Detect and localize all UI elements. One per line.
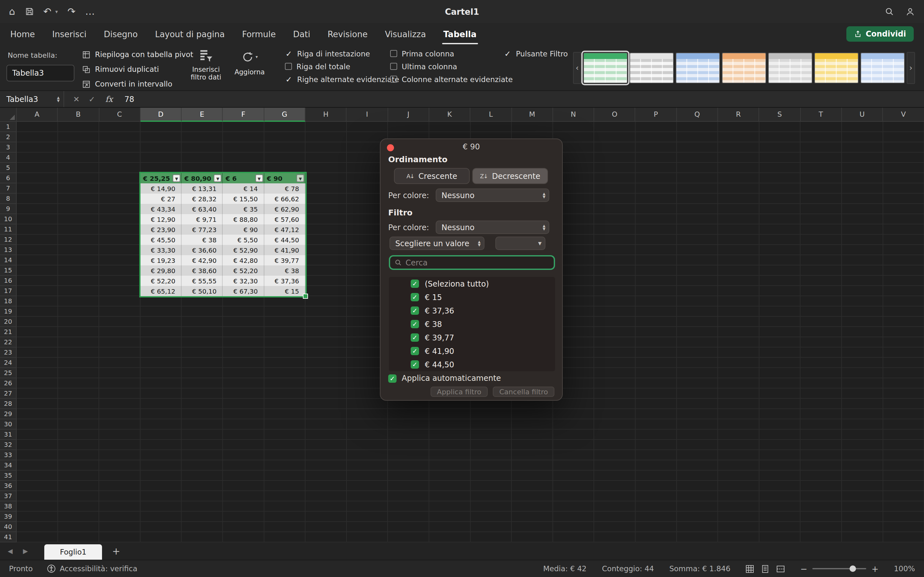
sort-by-color-select[interactable]: Nessuno ▲▼ bbox=[436, 189, 549, 202]
auto-apply-row[interactable]: ✓ Applica automaticamente bbox=[388, 374, 501, 383]
table-cell[interactable]: € 62,90 bbox=[264, 204, 306, 214]
row-header-1[interactable]: 1 bbox=[0, 122, 17, 132]
filter-dropdown-button[interactable]: ▼ bbox=[173, 174, 180, 182]
tab-disegno[interactable]: Disegno bbox=[103, 29, 137, 39]
column-header-v[interactable]: V bbox=[883, 108, 924, 122]
clear-filter-button[interactable]: Cancella filtro bbox=[493, 387, 554, 397]
sheet-nav-right-icon[interactable]: ▶ bbox=[23, 548, 27, 554]
row-header-38[interactable]: 38 bbox=[0, 501, 17, 512]
row-header-7[interactable]: 7 bbox=[0, 183, 17, 193]
column-header-i[interactable]: I bbox=[347, 108, 388, 122]
tab-layout-di-pagina[interactable]: Layout di pagina bbox=[155, 29, 225, 39]
table-cell[interactable]: € 44,50 bbox=[264, 235, 306, 245]
row-header-2[interactable]: 2 bbox=[0, 132, 17, 142]
remove-duplicates-button[interactable]: Rimuovi duplicati bbox=[82, 63, 193, 76]
table-cell[interactable]: € 52,20 bbox=[223, 266, 264, 276]
row-header-20[interactable]: 20 bbox=[0, 317, 17, 327]
column-header-c[interactable]: C bbox=[99, 108, 141, 122]
sheet-tab-foglio1[interactable]: Foglio1 bbox=[45, 544, 102, 560]
summarize-pivot-button[interactable]: Riepiloga con tabella pivot bbox=[82, 48, 193, 61]
table-cell[interactable]: € 77,23 bbox=[182, 224, 223, 235]
table-cell[interactable]: € 52,20 bbox=[141, 276, 182, 286]
row-header-39[interactable]: 39 bbox=[0, 512, 17, 522]
filter-dropdown-button[interactable]: ▼ bbox=[255, 174, 263, 182]
table-cell[interactable]: € 57,60 bbox=[264, 214, 306, 224]
table-cell[interactable]: € 35 bbox=[223, 204, 264, 214]
row-header-26[interactable]: 26 bbox=[0, 378, 17, 388]
table-style-gray[interactable] bbox=[768, 53, 813, 83]
row-header-17[interactable]: 17 bbox=[0, 286, 17, 296]
row-header-3[interactable]: 3 bbox=[0, 142, 17, 153]
table-cell[interactable]: € 27 bbox=[141, 193, 182, 204]
sort-ascending-button[interactable]: A↓ Crescente bbox=[394, 168, 470, 184]
column-header-q[interactable]: Q bbox=[677, 108, 718, 122]
more-icon[interactable]: … bbox=[85, 7, 95, 16]
row-header-28[interactable]: 28 bbox=[0, 399, 17, 409]
column-header-u[interactable]: U bbox=[842, 108, 883, 122]
table-cell[interactable]: € 14 bbox=[223, 183, 264, 193]
table-name-input[interactable] bbox=[6, 65, 74, 81]
criteria-value-combo[interactable]: ▼ bbox=[495, 237, 545, 250]
ribbon-checkbox-colonne-alternate-evidenziate[interactable]: Colonne alternate evidenziate bbox=[390, 75, 513, 83]
filter-by-color-select[interactable]: Nessuno ▲▼ bbox=[436, 221, 549, 234]
table-cell[interactable]: € 38 bbox=[182, 235, 223, 245]
row-header-15[interactable]: 15 bbox=[0, 266, 17, 276]
select-all-corner[interactable] bbox=[0, 108, 17, 122]
row-header-13[interactable]: 13 bbox=[0, 245, 17, 255]
table-cell[interactable]: € 15 bbox=[264, 286, 306, 296]
tab-visualizza[interactable]: Visualizza bbox=[385, 29, 426, 39]
table-header-cell[interactable]: € 25,25▼ bbox=[141, 173, 182, 183]
share-button[interactable]: Condividi bbox=[846, 26, 914, 42]
column-header-l[interactable]: L bbox=[471, 108, 512, 122]
row-header-10[interactable]: 10 bbox=[0, 214, 17, 224]
row-header-5[interactable]: 5 bbox=[0, 163, 17, 173]
row-header-18[interactable]: 18 bbox=[0, 296, 17, 306]
filter-value-item[interactable]: ✓€ 39,77 bbox=[389, 331, 555, 344]
ribbon-checkbox-riga-di-intestazione[interactable]: ✓Riga di intestazione bbox=[285, 49, 399, 58]
table-cell[interactable]: € 28,32 bbox=[182, 193, 223, 204]
table-style-orange[interactable] bbox=[722, 53, 766, 83]
table-cell[interactable]: € 52,90 bbox=[223, 245, 264, 255]
column-header-n[interactable]: N bbox=[553, 108, 594, 122]
insert-slicer-button[interactable]: Inserisci filtro dati bbox=[185, 48, 227, 88]
filter-value-item[interactable]: ✓€ 15 bbox=[389, 290, 555, 304]
row-header-29[interactable]: 29 bbox=[0, 409, 17, 419]
row-header-9[interactable]: 9 bbox=[0, 204, 17, 214]
ribbon-checkbox-ultima-colonna[interactable]: Ultima colonna bbox=[390, 62, 513, 71]
table-cell[interactable]: € 12,90 bbox=[141, 214, 182, 224]
row-header-12[interactable]: 12 bbox=[0, 235, 17, 245]
row-header-36[interactable]: 36 bbox=[0, 481, 17, 491]
formula-bar-value[interactable]: 78 bbox=[124, 95, 134, 103]
sheet-nav-left-icon[interactable]: ◀ bbox=[8, 548, 13, 554]
column-header-d[interactable]: D bbox=[141, 108, 182, 122]
row-header-27[interactable]: 27 bbox=[0, 388, 17, 399]
refresh-button[interactable]: ▾ Aggiorna bbox=[228, 48, 271, 88]
row-header-16[interactable]: 16 bbox=[0, 276, 17, 286]
table-cell[interactable]: € 78 bbox=[264, 183, 306, 193]
filter-value-item[interactable]: ✓(Seleziona tutto) bbox=[389, 277, 555, 290]
tab-revisione[interactable]: Revisione bbox=[328, 29, 368, 39]
confirm-entry-icon[interactable]: ✓ bbox=[89, 95, 95, 103]
column-header-f[interactable]: F bbox=[223, 108, 264, 122]
page-break-view-icon[interactable] bbox=[777, 564, 785, 573]
tab-home[interactable]: Home bbox=[10, 29, 35, 39]
account-icon[interactable] bbox=[905, 7, 915, 16]
insert-function-icon[interactable]: fx bbox=[105, 94, 113, 104]
table-cell[interactable]: € 42,80 bbox=[223, 255, 264, 266]
table-style-white[interactable] bbox=[630, 53, 674, 83]
ribbon-checkbox-prima-colonna[interactable]: Prima colonna bbox=[390, 49, 513, 58]
table-cell[interactable]: € 38 bbox=[264, 266, 306, 276]
table-cell[interactable]: € 88,80 bbox=[223, 214, 264, 224]
row-header-22[interactable]: 22 bbox=[0, 337, 17, 348]
table-cell[interactable]: € 13,31 bbox=[182, 183, 223, 193]
row-header-31[interactable]: 31 bbox=[0, 430, 17, 440]
filter-value-item[interactable]: ✓€ 37,36 bbox=[389, 304, 555, 318]
column-header-b[interactable]: B bbox=[58, 108, 99, 122]
row-header-30[interactable]: 30 bbox=[0, 419, 17, 430]
row-header-4[interactable]: 4 bbox=[0, 153, 17, 163]
convert-to-range-button[interactable]: Converti in intervallo bbox=[82, 77, 193, 90]
table-cell[interactable]: € 41,90 bbox=[264, 245, 306, 255]
apply-filter-button[interactable]: Applica filtro bbox=[431, 387, 488, 397]
table-cell[interactable]: € 67,30 bbox=[223, 286, 264, 296]
ribbon-checkbox-riga-del-totale[interactable]: Riga del totale bbox=[285, 62, 399, 71]
